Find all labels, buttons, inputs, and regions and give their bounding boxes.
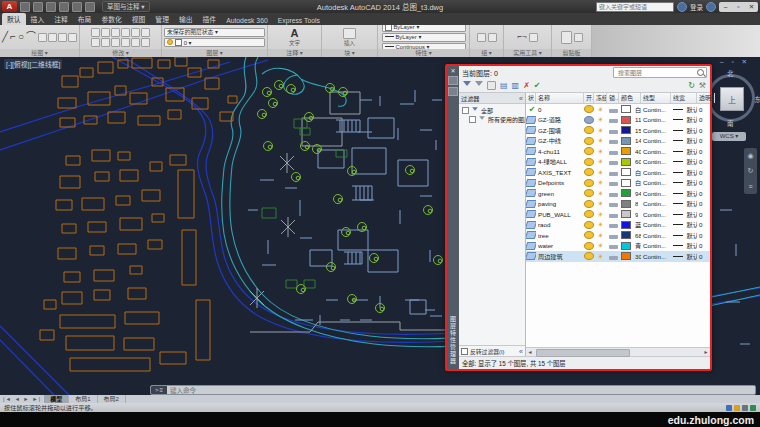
tab-model[interactable]: 模型 [44, 395, 69, 403]
layer-linetype[interactable]: Contin... [641, 127, 671, 134]
ribbon-tab-9[interactable]: Autodesk 360 [221, 16, 273, 25]
ribbon-tab-8[interactable]: 插件 [198, 13, 222, 25]
layer-transparency[interactable]: 0 [697, 158, 710, 165]
layer-freeze-toggle[interactable]: ☀ [594, 158, 607, 165]
layer-lock-toggle[interactable] [607, 211, 619, 218]
open-file-icon[interactable] [33, 2, 43, 12]
layer-color-cell[interactable]: 68 [619, 231, 641, 239]
layer-lock-toggle[interactable] [607, 127, 619, 134]
layer-lock-toggle[interactable] [607, 148, 619, 155]
exchange-icon[interactable] [677, 2, 687, 12]
layer-row-周边建筑[interactable]: 周边建筑☀30Contin...默认0 [526, 251, 710, 262]
new-layer-icon[interactable]: ▤ [500, 82, 508, 90]
layer-freeze-toggle[interactable]: ☀ [594, 106, 607, 113]
group-tool-icon[interactable] [477, 33, 486, 42]
ribbon-tab-10[interactable]: Express Tools [273, 16, 325, 25]
layer-linetype[interactable]: Contin... [641, 148, 671, 155]
layer-color-cell[interactable]: 白 [619, 168, 641, 177]
point-tool-icon[interactable] [68, 33, 77, 42]
delete-layer-icon[interactable]: ✗ [523, 82, 530, 90]
scrollbar-thumb[interactable] [536, 349, 630, 357]
panel-utilities-label[interactable]: 实用工具 ▾ [504, 49, 551, 57]
signin-label[interactable]: 登录 [690, 2, 703, 12]
layer-linetype[interactable]: Contin... [641, 211, 671, 218]
layer-lineweight[interactable]: 默认 [671, 231, 697, 240]
layer-on-toggle[interactable] [584, 179, 594, 187]
scroll-left-icon[interactable]: ◄ [526, 349, 534, 355]
layer-linetype[interactable]: Contin... [641, 200, 671, 207]
layer-freeze-toggle[interactable]: ☀ [594, 148, 607, 155]
viewcube-top-face[interactable]: 上 [720, 87, 744, 111]
layer-color-cell[interactable]: 94 [619, 189, 641, 197]
palette-title-strip[interactable]: ✕ 图层特性管理器 [447, 66, 459, 369]
save-icon[interactable] [46, 2, 56, 12]
layer-row-water[interactable]: water☀青Contin...默认0 [526, 241, 710, 252]
layer-color-cell[interactable]: 40 [619, 147, 641, 155]
palette-close-icon[interactable]: ✕ [450, 68, 455, 74]
viewcube-north[interactable]: 北 [727, 68, 734, 78]
viewport-controls[interactable]: [-][俯视][二维线框] [4, 59, 62, 69]
layer-row-AXIS_TEXT[interactable]: AXIS_TEXT☀白Contin...默认0 [526, 167, 710, 178]
autocad-logo-icon[interactable]: A [2, 1, 17, 12]
layer-row-0[interactable]: ✔0☀白Contin...默认0 [526, 104, 710, 115]
explode-tool-icon[interactable] [131, 38, 140, 47]
layer-row-PUB_WALL[interactable]: PUB_WALL☀9Contin...默认0 [526, 209, 710, 220]
layer-lineweight[interactable]: 默认 [671, 115, 697, 124]
fillet-tool-icon[interactable] [141, 28, 150, 37]
panel-annotation-label[interactable]: 注释 ▾ [268, 49, 321, 57]
layer-state-dropdown[interactable]: 未保存的图层状态 ▾ [164, 28, 265, 37]
layer-color-cell[interactable]: 11 [619, 116, 641, 124]
layer-transparency[interactable]: 0 [697, 221, 710, 228]
command-line-icon[interactable]: >≡ [151, 386, 167, 394]
ungroup-tool-icon[interactable] [488, 33, 497, 42]
layer-row-green[interactable]: green☀94Contin...默认0 [526, 188, 710, 199]
panel-layers-label[interactable]: 图层 ▾ [162, 49, 267, 57]
paste-icon[interactable] [561, 31, 572, 44]
layer-transparency[interactable]: 0 [697, 190, 710, 197]
layer-freeze-toggle[interactable]: ☀ [594, 179, 607, 186]
viewcube-south[interactable]: 南 [727, 118, 734, 128]
invert-collapse-icon[interactable]: « [519, 348, 523, 355]
layer-freeze-toggle[interactable]: ☀ [594, 190, 607, 197]
layer-freeze-toggle[interactable]: ☀ [594, 127, 607, 134]
ribbon-tab-0[interactable]: 默认 [2, 13, 26, 25]
move-tool-icon[interactable] [91, 28, 100, 37]
layer-linetype[interactable]: Contin... [641, 190, 671, 197]
new-layer-vp-frozen-icon[interactable]: ▥ [512, 82, 520, 90]
panel-clipboard-label[interactable]: 剪贴板 [552, 49, 591, 57]
layer-lock-toggle[interactable] [607, 242, 619, 249]
viewcube-east[interactable]: 东 [755, 94, 760, 104]
redo-icon[interactable] [85, 2, 95, 12]
layer-freeze-toggle[interactable]: ☀ [594, 211, 607, 218]
copy-clip-icon[interactable] [574, 33, 583, 42]
drawing-window-controls[interactable]: – ▫ ✕ [720, 58, 750, 66]
insert-block-icon[interactable] [343, 28, 356, 39]
ribbon-tab-7[interactable]: 输出 [174, 13, 198, 25]
layer-dropdown[interactable]: 0 ▾ [164, 38, 265, 47]
layer-transparency[interactable]: 0 [697, 127, 710, 134]
layer-transparency[interactable]: 0 [697, 253, 710, 260]
trim-tool-icon[interactable] [111, 28, 120, 37]
restore-button[interactable]: ▫ [732, 2, 745, 12]
layer-freeze-toggle[interactable]: ☀ [594, 116, 607, 123]
layer-lineweight[interactable]: 默认 [671, 189, 697, 198]
tree-expand-icon[interactable] [469, 116, 476, 123]
ribbon-tab-3[interactable]: 布局 [73, 13, 97, 25]
layer-lineweight[interactable]: 默认 [671, 105, 697, 114]
offset-tool-icon[interactable] [141, 38, 150, 47]
column-header-4[interactable]: 锁.. [607, 93, 619, 103]
layer-lock-toggle[interactable] [607, 137, 619, 144]
column-header-0[interactable]: 状 [526, 93, 536, 103]
close-button[interactable]: ✕ [745, 2, 758, 12]
tray-alert-icon[interactable] [734, 405, 740, 411]
palette-autohide-icon[interactable] [448, 76, 458, 85]
layer-on-toggle[interactable] [584, 147, 594, 155]
layer-transparency[interactable]: 0 [697, 148, 710, 155]
quick-select-icon[interactable] [529, 33, 538, 42]
filter-tree-item[interactable]: 全部 [460, 106, 524, 115]
column-header-2[interactable]: 开.. [584, 93, 594, 103]
layer-on-toggle[interactable] [584, 200, 594, 208]
scale-tool-icon[interactable] [101, 38, 110, 47]
ribbon-tab-2[interactable]: 注释 [49, 13, 73, 25]
line-tool-icon[interactable]: ╱ [2, 32, 8, 42]
